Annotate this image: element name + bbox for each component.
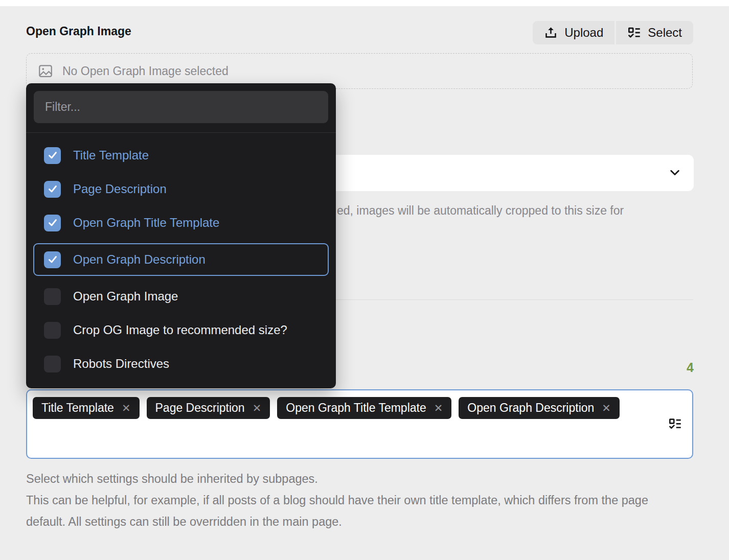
checkbox-unchecked[interactable] <box>44 288 61 305</box>
checkbox-checked[interactable] <box>44 251 61 268</box>
option-robots-directives[interactable]: Robots Directives <box>33 351 329 377</box>
tag-open-graph-title-template[interactable]: Open Graph Title Template ✕ <box>277 397 451 419</box>
remove-tag-icon[interactable]: ✕ <box>122 403 131 413</box>
check-icon <box>48 218 58 228</box>
inherit-settings-field[interactable]: Title Template ✕ Page Description ✕ Open… <box>26 389 693 459</box>
checkbox-checked[interactable] <box>44 215 61 231</box>
check-icon <box>48 254 58 265</box>
options-dropdown: Title Template Page Description Open Gra… <box>26 83 336 388</box>
instructions-line-2: This can be helpful, for example, if all… <box>26 489 685 532</box>
option-open-graph-description[interactable]: Open Graph Description <box>33 243 329 276</box>
tag-title-template[interactable]: Title Template ✕ <box>33 397 140 419</box>
checklist-icon <box>627 26 641 40</box>
checklist-icon[interactable] <box>668 417 682 431</box>
placeholder-text: No Open Graph Image selected <box>62 64 229 78</box>
upload-button[interactable]: Upload <box>533 21 614 44</box>
remove-tag-icon[interactable]: ✕ <box>602 403 611 413</box>
upload-icon <box>544 26 558 40</box>
tag-list: Title Template ✕ Page Description ✕ Open… <box>33 397 656 419</box>
chevron-down-icon <box>668 165 681 181</box>
field-instructions: Select which settings should be inherite… <box>26 468 685 532</box>
checkbox-unchecked[interactable] <box>44 356 61 372</box>
selected-count-badge: 4 <box>687 360 694 375</box>
tag-open-graph-description[interactable]: Open Graph Description ✕ <box>459 397 620 419</box>
filter-input[interactable] <box>34 91 328 123</box>
instructions-line-1: Select which settings should be inherite… <box>26 468 685 489</box>
remove-tag-icon[interactable]: ✕ <box>253 403 262 413</box>
crop-helper-text-fragment: ed, images will be automatically cropped… <box>337 204 624 218</box>
option-page-description[interactable]: Page Description <box>33 176 329 202</box>
asset-actions: Upload Select <box>533 21 693 44</box>
tag-page-description[interactable]: Page Description ✕ <box>147 397 270 419</box>
option-title-template[interactable]: Title Template <box>33 142 329 169</box>
checkbox-checked[interactable] <box>44 181 61 198</box>
option-crop-og-image[interactable]: Crop OG Image to recommended size? <box>33 317 329 343</box>
check-icon <box>48 150 58 160</box>
checkbox-checked[interactable] <box>44 147 61 164</box>
image-icon <box>38 63 53 79</box>
checkbox-unchecked[interactable] <box>44 322 61 339</box>
field-label: Open Graph Image <box>26 25 131 38</box>
dropdown-option-list: Title Template Page Description Open Gra… <box>26 133 336 386</box>
top-strip <box>0 0 729 6</box>
select-button[interactable]: Select <box>616 21 693 44</box>
check-icon <box>48 184 58 194</box>
option-open-graph-image[interactable]: Open Graph Image <box>33 283 329 310</box>
page: Open Graph Image Upload Select <box>0 0 729 560</box>
remove-tag-icon[interactable]: ✕ <box>434 403 443 413</box>
option-open-graph-title-template[interactable]: Open Graph Title Template <box>33 209 329 236</box>
